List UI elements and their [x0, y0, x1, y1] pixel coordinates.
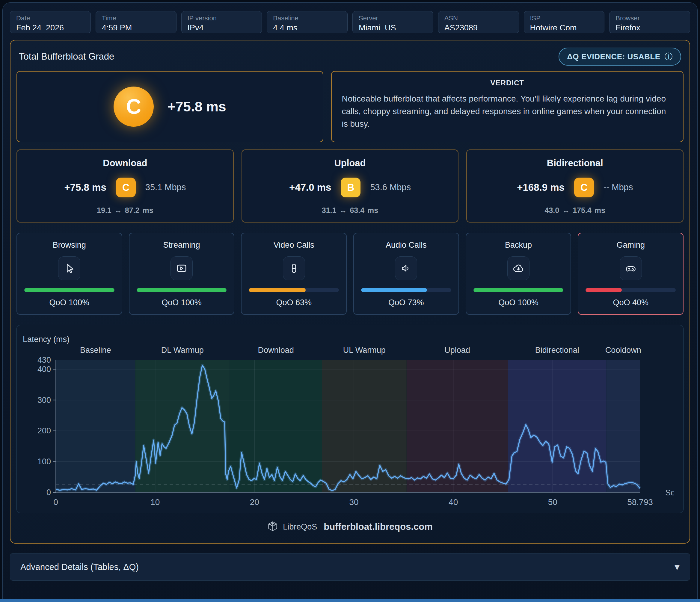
qoo-value: QoO 40% — [613, 298, 648, 307]
qoo-value: QoO 73% — [389, 298, 424, 307]
metric-range: 31.1 ↔ 63.4 ms — [322, 206, 378, 215]
cloud-download-icon — [507, 256, 529, 280]
range-arrow-icon: ↔ — [339, 206, 347, 215]
qoo-progress-track — [249, 288, 339, 292]
cursor-icon — [58, 256, 80, 280]
metric-grade-badge: C — [116, 178, 136, 198]
phase-band-cooldown — [606, 360, 640, 492]
qoo-progress-fill — [136, 288, 227, 292]
meta-card-ip-version: IP version IPv4 — [181, 11, 262, 33]
qoo-progress-track — [361, 288, 451, 292]
latency-chart-svg: 01002003004004300102030405058.793Latency… — [20, 330, 674, 510]
meta-card-asn: ASN AS23089 — [438, 11, 519, 33]
qoo-card-backup: Backup QoO 100% — [466, 233, 571, 315]
meta-value: Feb 24, 2026 — [16, 23, 84, 30]
meta-value: 4:59 PM — [102, 23, 170, 30]
phase-label-download: Download — [258, 346, 294, 355]
advanced-details-toggle[interactable]: Advanced Details (Tables, ΔQ) ▼ — [10, 553, 690, 581]
metric-card-upload: Upload +47.0 ms B 53.6 Mbps 31.1 ↔ 63.4 … — [242, 150, 459, 223]
libreqos-logo-icon — [267, 521, 278, 533]
chevron-down-icon: ▼ — [675, 564, 680, 571]
qoo-card-video-calls: Video Calls QoO 63% — [241, 233, 347, 315]
bufferbloat-grade-panel: Total Bufferbloat Grade ΔQ EVIDENCE: USA… — [10, 40, 690, 544]
verdict-title: VERDICT — [342, 79, 673, 87]
qoo-progress-track — [473, 288, 564, 292]
metric-speed: 53.6 Mbps — [370, 182, 410, 192]
phase-label-bidirectional: Bidirectional — [535, 346, 579, 355]
grade-card: C +75.8 ms — [17, 71, 323, 142]
x-tick-label: 50 — [548, 497, 557, 507]
meta-value: Hotwire Com... — [530, 23, 598, 30]
metric-speed: -- Mbps — [603, 182, 633, 192]
x-tick-label: 20 — [250, 497, 259, 507]
qoo-card-browsing: Browsing QoO 100% — [17, 233, 122, 315]
qoo-card-audio-calls: Audio Calls QoO 73% — [353, 233, 459, 315]
metric-title: Upload — [334, 158, 366, 168]
metric-grade-badge: B — [341, 178, 360, 198]
phase-label-ul-warmup: UL Warmup — [343, 346, 386, 355]
grade-circle: C — [114, 86, 154, 127]
x-tick-label: 30 — [349, 497, 358, 507]
qoo-label: Streaming — [163, 240, 200, 250]
x-tick-label: 58.793 — [627, 497, 653, 507]
y-axis-title: Latency (ms) — [23, 335, 70, 344]
meta-card-date: Date Feb 24, 2026 — [10, 11, 91, 33]
grade-letter: C — [126, 95, 142, 119]
meta-value: IPv4 — [188, 23, 256, 30]
qoo-progress-track — [585, 288, 676, 292]
phase-label-baseline: Baseline — [80, 346, 111, 355]
dq-evidence-badge[interactable]: ΔQ EVIDENCE: USABLE ⓘ — [558, 48, 681, 66]
verdict-text: Noticeable bufferbloat that affects perf… — [342, 93, 673, 130]
y-tick-label: 200 — [38, 426, 51, 435]
meta-value: Miami, US — [359, 23, 427, 30]
qoo-value: QoO 63% — [276, 298, 311, 307]
y-tick-label: 300 — [38, 396, 51, 404]
qoo-card-streaming: Streaming QoO 100% — [129, 233, 235, 315]
meta-card-time: Time 4:59 PM — [96, 11, 176, 33]
meta-label: Server — [359, 15, 427, 22]
meta-label: ASN — [444, 15, 513, 22]
dq-evidence-label: ΔQ EVIDENCE: USABLE — [567, 52, 660, 61]
range-arrow-icon: ↔ — [115, 206, 122, 215]
results-page: Date Feb 24, 2026 Time 4:59 PM IP versio… — [2, 2, 698, 599]
phase-band-baseline — [56, 360, 135, 492]
latency-chart-canvas: 01002003004004300102030405058.793Latency… — [20, 330, 682, 511]
meta-card-server: Server Miami, US — [352, 11, 433, 33]
qoo-progress-track — [136, 288, 227, 292]
qoo-progress-fill — [24, 288, 115, 292]
qoo-label: Gaming — [617, 240, 645, 250]
qoo-progress-fill — [361, 288, 427, 292]
qoo-card-gaming: Gaming QoO 40% — [578, 233, 683, 315]
info-icon[interactable]: ⓘ — [665, 51, 673, 62]
panel-header: Total Bufferbloat Grade ΔQ EVIDENCE: USA… — [17, 46, 683, 71]
qoo-value: QoO 100% — [49, 298, 90, 307]
metric-card-download: Download +75.8 ms C 35.1 Mbps 19.1 ↔ 87.… — [17, 150, 234, 223]
phase-band-ul-warmup — [322, 360, 407, 492]
meta-row: Date Feb 24, 2026 Time 4:59 PM IP versio… — [10, 11, 690, 33]
phase-label-cooldown: Cooldown — [605, 346, 641, 355]
phase-label-dl-warmup: DL Warmup — [161, 346, 204, 355]
latency-chart: 01002003004004300102030405058.793Latency… — [17, 325, 683, 513]
meta-label: Baseline — [273, 15, 341, 22]
y-tick-label: 430 — [38, 356, 51, 365]
metric-range: 19.1 ↔ 87.2 ms — [97, 206, 153, 215]
meta-label: Browser — [616, 15, 684, 22]
site-name: bufferbloat.libreqos.com — [324, 521, 432, 532]
meta-value: AS23089 — [444, 23, 513, 30]
verdict-card: VERDICT Noticeable bufferbloat that affe… — [331, 71, 683, 142]
meta-card-isp: ISP Hotwire Com... — [524, 11, 605, 33]
x-tick-label: 0 — [53, 497, 58, 507]
qoo-progress-fill — [473, 288, 564, 292]
x-tick-label: 10 — [150, 497, 160, 507]
qoo-row: Browsing QoO 100% Streaming QoO 100% Vid… — [17, 233, 683, 315]
brand-name: LibreQoS — [283, 522, 317, 532]
meta-label: ISP — [530, 15, 598, 22]
qoo-value: QoO 100% — [161, 298, 202, 307]
metric-delta: +47.0 ms — [289, 182, 331, 193]
metric-title: Download — [103, 158, 147, 168]
metric-grade-badge: C — [574, 178, 594, 198]
meta-value: Firefox — [616, 23, 684, 30]
meta-label: Time — [102, 15, 170, 22]
qoo-label: Audio Calls — [386, 240, 427, 250]
qoo-label: Backup — [505, 240, 532, 250]
